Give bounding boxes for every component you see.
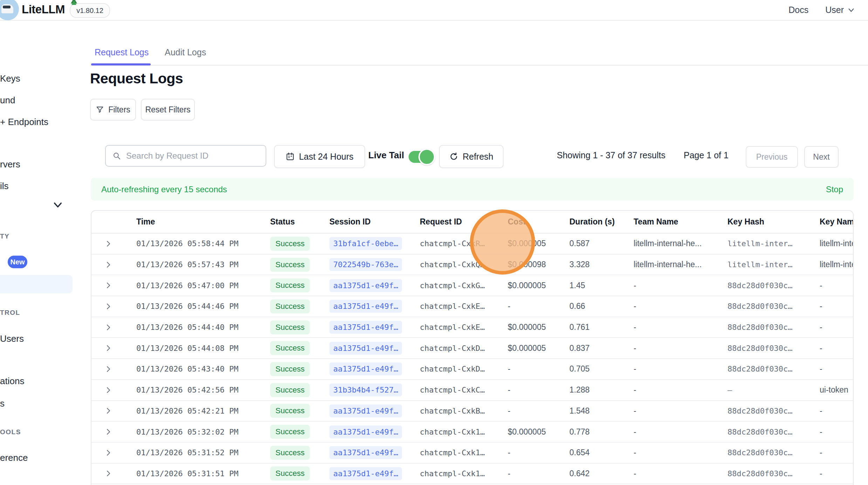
cell-cost: $0.000005 (497, 344, 558, 353)
cell-request-id: chatcmpl-Cxk1… (409, 448, 497, 457)
sidebar-item-mcp-servers[interactable]: rvers (0, 159, 20, 170)
session-id-link[interactable]: 7022549b-763e… (329, 258, 402, 271)
table-row[interactable]: 01/13/2026 05:58:44 PM Success 31bfa1cf-… (91, 234, 853, 255)
cell-time: 01/13/2026 05:47:00 PM (125, 281, 259, 290)
expand-row-chevron-icon[interactable] (104, 323, 112, 332)
session-id-link[interactable]: 31bfa1cf-0ebe… (329, 237, 402, 250)
refresh-button[interactable]: Refresh (439, 145, 504, 168)
expand-row-chevron-icon[interactable] (104, 302, 112, 311)
table-row[interactable]: 01/13/2026 05:44:46 PM Success aa1375d1-… (91, 296, 853, 317)
next-page-button[interactable]: Next (804, 146, 839, 168)
session-id-link[interactable]: 31b3b4b4-f527… (329, 383, 402, 396)
table-row[interactable]: 01/13/2026 05:31:51 PM Success aa1375d1-… (91, 464, 853, 485)
cell-key-hash: – (716, 386, 808, 394)
col-key-name: Key Name (808, 217, 853, 227)
cell-duration: 1.288 (558, 385, 622, 395)
live-tail-toggle[interactable] (409, 151, 432, 163)
tab-request-logs[interactable]: Request Logs (95, 47, 149, 57)
cell-request-id: chatcmpl-Cxk1… (409, 428, 497, 436)
session-id-link[interactable]: aa1375d1-e49f… (329, 342, 402, 355)
calendar-icon (286, 152, 295, 161)
toggle-knob (418, 148, 435, 165)
session-id-link[interactable]: aa1375d1-e49f… (329, 404, 402, 417)
cell-key-name: - (808, 323, 853, 332)
table-row[interactable]: 01/13/2026 05:57:43 PM Success 7022549b-… (91, 255, 853, 276)
sidebar-item-guardrails[interactable]: ils (0, 181, 9, 192)
expand-row-chevron-icon[interactable] (104, 281, 112, 290)
expand-row-chevron-icon[interactable] (104, 428, 112, 436)
cell-key-hash: 88dc28d0f030c… (716, 469, 808, 478)
expand-row-chevron-icon[interactable] (104, 365, 112, 373)
cell-duration: 1.548 (558, 406, 622, 416)
col-cost: Cost (497, 217, 558, 227)
cell-duration: 0.705 (558, 364, 622, 374)
table-row[interactable]: 01/13/2026 05:44:08 PM Success aa1375d1-… (91, 338, 853, 359)
stop-auto-refresh-button[interactable]: Stop (826, 185, 843, 194)
cell-duration: 0.654 (558, 448, 622, 457)
cell-team-name: - (622, 344, 716, 353)
top-nav: Docs User (788, 0, 855, 20)
col-status: Status (259, 217, 318, 227)
session-id-link[interactable]: aa1375d1-e49f… (329, 321, 402, 334)
cell-team-name: - (622, 364, 716, 374)
cell-key-name: - (808, 344, 853, 353)
time-range-button[interactable]: Last 24 Hours (274, 145, 365, 168)
table-row[interactable]: 01/13/2026 05:42:21 PM Success aa1375d1-… (91, 401, 853, 422)
cell-cost: - (497, 406, 558, 416)
table-row[interactable]: 01/13/2026 05:44:40 PM Success aa1375d1-… (91, 317, 853, 338)
expand-row-chevron-icon[interactable] (104, 407, 112, 415)
cell-time: 01/13/2026 05:44:40 PM (125, 323, 259, 332)
sidebar-section-access-control: TROL (0, 309, 20, 317)
funnel-icon (96, 105, 104, 114)
previous-page-button[interactable]: Previous (746, 146, 798, 168)
table-header-row: Time Status Session ID Request ID Cost D… (91, 211, 853, 234)
user-menu[interactable]: User (825, 5, 855, 15)
cell-key-hash: 88dc28d0f030c… (716, 281, 808, 290)
status-badge: Success (270, 341, 310, 355)
expand-row-chevron-icon[interactable] (104, 240, 112, 248)
docs-link[interactable]: Docs (788, 5, 808, 15)
page-title: Request Logs (90, 70, 183, 87)
sidebar-item-playground[interactable]: und (0, 95, 15, 106)
sidebar-item-internal-users[interactable]: Users (0, 333, 24, 344)
cell-cost: - (497, 364, 558, 374)
session-id-link[interactable]: aa1375d1-e49f… (329, 467, 402, 480)
sidebar-collapse-chevron-icon[interactable] (53, 202, 63, 210)
cell-key-name: - (808, 302, 853, 311)
session-id-link[interactable]: aa1375d1-e49f… (329, 279, 402, 292)
session-id-link[interactable]: aa1375d1-e49f… (329, 446, 402, 459)
sidebar-item-models-endpoints[interactable]: + Endpoints (0, 117, 48, 127)
expand-row-chevron-icon[interactable] (104, 449, 112, 457)
reset-filters-button[interactable]: Reset Filters (141, 99, 195, 120)
session-id-link[interactable]: aa1375d1-e49f… (329, 300, 402, 313)
main-content: Request Logs Audit Logs Request Logs Fil… (74, 20, 868, 485)
cell-cost: $0.000005 (497, 323, 558, 332)
session-id-link[interactable]: aa1375d1-e49f… (329, 362, 402, 375)
logs-table: Time Status Session ID Request ID Cost D… (91, 210, 854, 485)
col-time: Time (125, 217, 259, 227)
table-row[interactable]: 01/13/2026 05:47:00 PM Success aa1375d1-… (91, 275, 853, 296)
filters-button[interactable]: Filters (90, 99, 136, 120)
tab-audit-logs[interactable]: Audit Logs (165, 47, 206, 57)
expand-row-chevron-icon[interactable] (104, 386, 112, 394)
table-row[interactable]: 01/13/2026 05:43:40 PM Success aa1375d1-… (91, 359, 853, 380)
expand-row-chevron-icon[interactable] (104, 469, 112, 478)
sidebar-item-teams[interactable]: s (0, 398, 5, 409)
table-row[interactable]: 01/13/2026 05:31:52 PM Success aa1375d1-… (91, 443, 853, 464)
sidebar-item-api-reference[interactable]: erence (0, 452, 28, 463)
table-row[interactable]: 01/13/2026 05:42:56 PM Success 31b3b4b4-… (91, 380, 853, 401)
cell-time: 01/13/2026 05:42:21 PM (125, 407, 259, 415)
sidebar-item-virtual-keys[interactable]: Keys (0, 73, 20, 84)
table-row[interactable]: 01/13/2026 05:32:02 PM Success aa1375d1-… (91, 422, 853, 443)
search-input[interactable] (125, 151, 266, 161)
cell-duration: 1.45 (558, 281, 622, 290)
cell-duration: 0.66 (558, 302, 622, 311)
session-id-link[interactable]: aa1375d1-e49f… (329, 425, 402, 438)
expand-row-chevron-icon[interactable] (104, 344, 112, 352)
cell-cost: - (497, 302, 558, 311)
sidebar-item-logs-selected[interactable] (0, 275, 73, 293)
status-badge: Success (270, 237, 310, 251)
cell-duration: 3.328 (558, 260, 622, 269)
sidebar-item-organizations[interactable]: ations (0, 376, 24, 387)
expand-row-chevron-icon[interactable] (104, 261, 112, 269)
